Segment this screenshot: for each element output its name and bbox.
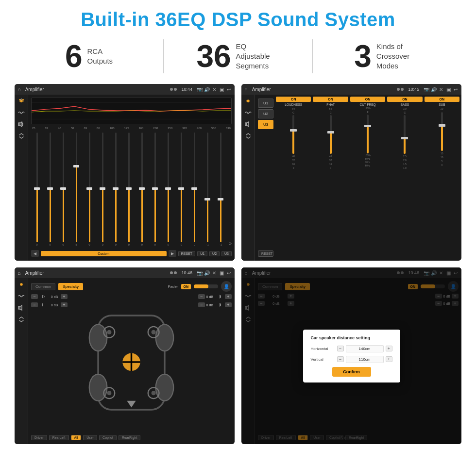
eq-u2-btn[interactable]: U2: [209, 251, 220, 256]
eq-status-dots: [170, 88, 177, 91]
eq-slider-1[interactable]: 0: [31, 133, 43, 246]
fader-all-btn[interactable]: All: [71, 435, 82, 440]
crossover-sidebar-arrows-icon[interactable]: [244, 133, 253, 139]
fader-copilot-btn[interactable]: Copilot: [99, 435, 117, 440]
crossover-sidebar-speaker-icon[interactable]: [244, 121, 253, 128]
eq-slider-3[interactable]: 0: [57, 133, 69, 246]
fader-right-top-plus[interactable]: +: [225, 294, 232, 299]
crossover-sub: ON SUB 20 15 10 5 0: [425, 97, 459, 259]
eq-sidebar-eq-icon[interactable]: [17, 98, 26, 104]
fader-left-top-minus[interactable]: −: [31, 294, 38, 299]
fader-tab-common[interactable]: Common: [31, 283, 55, 290]
eq-reset-btn[interactable]: RESET: [178, 251, 195, 256]
fader-user-btn[interactable]: User: [83, 435, 97, 440]
fader-sq-icon: ▣: [219, 270, 224, 276]
eq-slider-9[interactable]: 0: [136, 133, 148, 246]
eq-slider-13[interactable]: 0: [188, 133, 200, 246]
bass-slider[interactable]: [401, 115, 408, 154]
fader-bottom-btns: Driver RearLeft All User Copilot RearRig…: [31, 433, 232, 441]
sub-on-btn[interactable]: ON: [425, 97, 459, 102]
eq-slider-7[interactable]: 0: [110, 133, 121, 246]
eq-slider-2[interactable]: 0: [44, 133, 56, 246]
crossover-status-dots: [397, 88, 404, 91]
eq-slider-6[interactable]: 0: [97, 133, 108, 246]
eq-main-area: 25 32 40 50 63 80 100 125 160 200 250 32…: [28, 95, 235, 261]
eq-sidebar-wave-icon[interactable]: [17, 109, 26, 116]
eq-prev-btn[interactable]: ◀: [31, 250, 39, 257]
fader-slider[interactable]: [194, 284, 218, 288]
eq-more-icon[interactable]: »: [228, 241, 232, 246]
eq-topbar: ⌂ Amplifier 10:44 📷 🔊 ✕ ▣ ↩: [15, 84, 235, 95]
eq-slider-11[interactable]: 0: [162, 133, 174, 246]
fader-left-top-plus[interactable]: +: [61, 294, 68, 299]
fader-vol-icon: 🔊: [204, 270, 210, 276]
svg-point-5: [20, 99, 22, 100]
eq-u3-btn[interactable]: U3: [221, 251, 232, 256]
svg-point-17: [156, 324, 174, 351]
cutfreq-on-btn[interactable]: ON: [350, 97, 385, 102]
fader-sidebar-arrows-icon[interactable]: [17, 316, 26, 323]
eq-slider-4[interactable]: 5: [70, 133, 82, 246]
fader-right-bot-speaker-icon: [215, 302, 223, 308]
fader-right-bot-minus[interactable]: −: [198, 302, 205, 307]
fader-left-bot-plus[interactable]: +: [61, 302, 68, 307]
crossover-dot-2: [401, 88, 404, 91]
dialog-vertical-plus[interactable]: +: [386, 356, 392, 362]
fader-right-bot-plus[interactable]: +: [225, 302, 232, 307]
phat-slider[interactable]: [327, 115, 334, 154]
crossover-bass: ON BASS 3.0 G 2.5 2.0 1.5 1.0: [387, 97, 422, 259]
crossover-phat: ON PHAT 64 G 48 32 16 0: [313, 97, 348, 259]
crossover-sidebar-wave-icon[interactable]: [244, 109, 253, 116]
eq-slider-5[interactable]: 0: [84, 133, 95, 246]
fader-cam-icon: 📷: [197, 270, 203, 276]
fader-left-controls: − 0 dB + −: [31, 294, 68, 432]
fader-right-top-val: 0 dB: [206, 295, 213, 299]
eq-next-btn[interactable]: ▶: [169, 250, 176, 257]
fader-on-btn[interactable]: ON: [181, 284, 191, 289]
confirm-button[interactable]: Confirm: [332, 367, 371, 377]
crossover-cam-icon: 📷: [424, 86, 429, 92]
loudness-on-btn[interactable]: ON: [276, 97, 311, 102]
dialog-horizontal-plus[interactable]: +: [386, 346, 392, 351]
crossover-reset-btn[interactable]: RESET: [258, 250, 273, 257]
fader-sidebar: [15, 278, 28, 444]
crossover-u2-btn[interactable]: U2: [258, 109, 273, 118]
phat-on-btn[interactable]: ON: [313, 97, 348, 102]
cutfreq-slider[interactable]: [364, 115, 371, 153]
eq-slider-10[interactable]: 0: [149, 133, 161, 246]
stat-number-rca: 6: [65, 41, 83, 72]
eq-sidebar-speaker-icon[interactable]: [17, 121, 26, 128]
dialog-horizontal-minus[interactable]: −: [337, 346, 344, 351]
loudness-slider[interactable]: [290, 115, 297, 154]
fader-tab-specialty[interactable]: Specialty: [58, 283, 83, 290]
sub-slider[interactable]: [439, 112, 445, 151]
crossover-u3-btn[interactable]: U3: [258, 120, 273, 129]
fader-right-top-minus[interactable]: −: [198, 294, 205, 299]
fader-driver-btn[interactable]: Driver: [31, 435, 47, 440]
eq-slider-14[interactable]: -1: [202, 133, 213, 246]
crossover-u1-btn[interactable]: U1: [258, 99, 273, 108]
fader-sidebar-speaker-icon[interactable]: [17, 304, 26, 311]
fader-left-bot-minus[interactable]: −: [31, 302, 38, 307]
fader-home-icon: ⌂: [17, 270, 21, 276]
distance-dialog: Car speaker distance setting Horizontal …: [303, 330, 400, 382]
eq-sidebar-arrows-icon[interactable]: [17, 133, 26, 139]
eq-custom-btn[interactable]: Custom: [41, 251, 167, 256]
crossover-sidebar-eq-icon[interactable]: [244, 98, 253, 104]
eq-u1-btn[interactable]: U1: [197, 251, 207, 256]
sub-name: SUB: [439, 103, 445, 106]
dialog-vertical-value: 110cm: [346, 356, 384, 363]
fader-rearleft-btn[interactable]: RearLeft: [49, 435, 69, 440]
stat-number-crossover: 3: [354, 41, 372, 72]
fader-sidebar-eq-icon[interactable]: [17, 281, 26, 288]
eq-slider-8[interactable]: 0: [123, 133, 135, 246]
fader-rearright-btn[interactable]: RearRight: [119, 435, 141, 440]
fader-sidebar-wave-icon[interactable]: [17, 293, 26, 299]
crossover-screen-content: U1 U2 U3 RESET ON LOUDNESS 64 G: [241, 95, 461, 261]
dialog-vertical-minus[interactable]: −: [337, 356, 344, 362]
eq-slider-12[interactable]: 0: [175, 133, 187, 246]
crossover-home-icon: ⌂: [244, 86, 248, 92]
bass-on-btn[interactable]: ON: [387, 97, 422, 102]
fader-avatar-btn[interactable]: 👤: [221, 281, 232, 292]
eq-slider-15[interactable]: -1: [215, 133, 226, 246]
